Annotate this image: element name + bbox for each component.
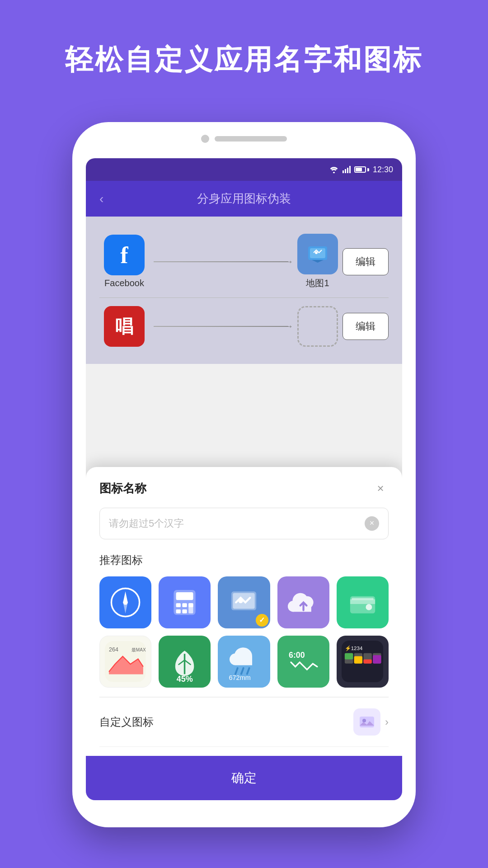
icon-name-input-box[interactable]: 请勿超过5个汉字 × [99, 508, 389, 539]
svg-rect-44 [364, 660, 372, 664]
grid-icon-cloud-upload[interactable] [277, 576, 329, 628]
grid-icon-alarm[interactable]: 6:00 [277, 636, 329, 688]
grid-icon-battery-stats[interactable]: ⚡ 1234 [337, 636, 389, 688]
grid-icon-maps[interactable]: ✓ [218, 576, 270, 628]
svg-point-6 [315, 251, 318, 254]
svg-rect-34 [285, 643, 322, 680]
grid-icon-leaf[interactable]: 45% 45% [159, 636, 211, 688]
app-source-facebook: f Facebook [99, 235, 149, 288]
svg-text:672mm: 672mm [229, 674, 250, 680]
app-row: f Facebook [99, 226, 389, 298]
recommended-section-label: 推荐图标 [99, 553, 389, 567]
svg-rect-14 [183, 603, 187, 607]
svg-point-48 [362, 719, 366, 722]
svg-rect-13 [176, 603, 181, 607]
svg-rect-1 [345, 169, 346, 173]
signal-icon [343, 166, 351, 173]
app-dest-maps: 地图1 [293, 234, 343, 289]
svg-text:⚡: ⚡ [345, 645, 352, 651]
battery-fill [356, 168, 362, 171]
page-title: 轻松自定义应用名字和图标 [0, 0, 488, 79]
input-clear-button[interactable]: × [365, 516, 379, 531]
status-icons: 12:30 [329, 165, 393, 175]
svg-line-31 [241, 668, 244, 674]
singing-char: 唱 [115, 314, 133, 339]
input-placeholder: 请勿超过5个汉字 [109, 517, 184, 530]
svg-rect-12 [176, 592, 193, 600]
edit-button-2[interactable]: 编辑 [343, 313, 389, 340]
arrow-line-2 [154, 326, 288, 327]
battery-body [354, 166, 366, 173]
svg-text:最MAX: 最MAX [131, 647, 146, 652]
selected-check-badge: ✓ [256, 614, 268, 627]
svg-rect-3 [349, 166, 351, 173]
singing-app-icon: 唱 [104, 306, 145, 347]
edit-button-1[interactable]: 编辑 [343, 248, 389, 275]
status-bar: 12:30 [86, 158, 402, 181]
maps-dest-icon [297, 234, 338, 274]
app-header-title: 分身应用图标伪装 [113, 191, 375, 207]
grid-icon-calculator[interactable] [159, 576, 211, 628]
svg-text:1234: 1234 [351, 646, 363, 651]
phone-speaker [201, 135, 287, 143]
svg-rect-2 [347, 168, 348, 173]
modal-title: 图标名称 [99, 481, 146, 496]
svg-rect-40 [345, 653, 353, 660]
svg-rect-0 [343, 170, 344, 173]
svg-point-10 [123, 600, 127, 604]
app-source-singing: 唱 [99, 306, 149, 347]
svg-line-30 [235, 668, 238, 674]
svg-rect-5 [310, 248, 325, 258]
chevron-right-icon: › [385, 716, 389, 728]
page-background: 轻松自定义应用名字和图标 [0, 0, 488, 868]
maps-dest-label: 地图1 [306, 277, 329, 289]
facebook-app-icon: f [104, 235, 145, 275]
app-header: ‹ 分身应用图标伪装 [86, 181, 402, 217]
custom-icon-label: 自定义图标 [99, 715, 154, 729]
phone-frame: 12:30 ‹ 分身应用图标伪装 f Facebook [72, 122, 416, 827]
speaker-bar [215, 136, 287, 142]
svg-rect-17 [183, 609, 187, 613]
custom-image-icon [353, 708, 380, 736]
speaker-dot [201, 135, 209, 143]
svg-rect-16 [176, 609, 181, 613]
confirm-button[interactable]: 确定 [86, 756, 402, 800]
facebook-label: Facebook [104, 278, 144, 288]
svg-line-32 [247, 668, 249, 674]
svg-text:6:00: 6:00 [289, 651, 305, 660]
svg-rect-42 [354, 656, 362, 664]
battery-icon [354, 166, 369, 173]
svg-rect-46 [373, 656, 381, 664]
svg-text:264: 264 [109, 646, 118, 653]
svg-rect-24 [352, 598, 373, 600]
status-time: 12:30 [373, 165, 393, 175]
empty-dest-box [297, 306, 338, 347]
grid-icon-wallet[interactable] [337, 576, 389, 628]
app-list-area: f Facebook [86, 217, 402, 364]
grid-icon-chart[interactable]: 264 最MAX [99, 636, 151, 688]
grid-icon-compass[interactable] [99, 576, 151, 628]
svg-point-21 [239, 599, 243, 603]
phone-screen: 12:30 ‹ 分身应用图标伪装 f Facebook [86, 158, 402, 800]
battery-tip [367, 168, 369, 171]
modal-header: 图标名称 × [99, 481, 389, 497]
app-dest-empty [293, 306, 343, 347]
icon-grid: ✓ [99, 576, 389, 688]
grid-icon-rain[interactable]: 672mm [218, 636, 270, 688]
arrow-line-1 [154, 261, 288, 262]
svg-point-25 [366, 604, 372, 610]
wifi-icon [329, 166, 339, 173]
back-button[interactable]: ‹ [99, 192, 103, 206]
modal-overlay: 图标名称 × 请勿超过5个汉字 × 推荐图标 [86, 467, 402, 800]
phone-mockup: 12:30 ‹ 分身应用图标伪装 f Facebook [72, 122, 416, 827]
modal-close-button[interactable]: × [372, 481, 389, 497]
app-row-2: 唱 编辑 [99, 298, 389, 355]
custom-icon-row[interactable]: 自定义图标 › [99, 697, 389, 747]
svg-rect-47 [360, 717, 374, 727]
svg-rect-18 [188, 603, 193, 613]
custom-icon-right: › [353, 708, 389, 736]
